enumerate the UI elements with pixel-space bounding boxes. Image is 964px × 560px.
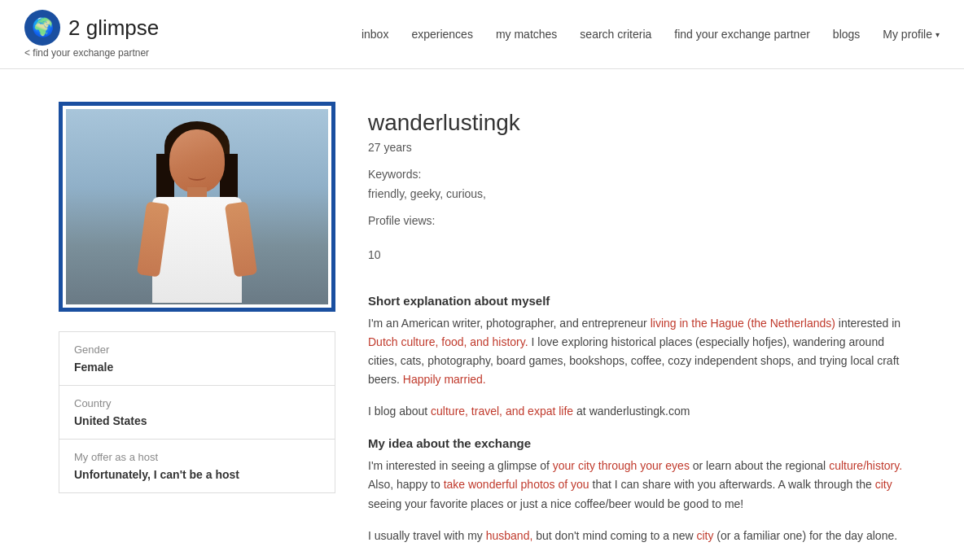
country-value: United States [74,414,320,427]
ex-link-5: husband, [486,529,533,542]
ex-text-6: I usually travel with my [368,529,486,542]
exchange-text: I'm interested in seeing a glimpse of yo… [368,457,905,513]
se-text-2: interested in [835,317,900,330]
ex-text-3: Also, happy to [368,478,444,491]
ex-text-5: seeing your favorite places or just a ni… [368,497,743,510]
views-value: 10 [368,246,905,264]
exchange-text-2: I usually travel with my husband, but do… [368,527,905,545]
nav-search-criteria[interactable]: search criteria [580,28,651,41]
logo-tagline: < find your exchange partner [24,47,159,59]
keywords-value: friendly, geeky, curious, [368,185,905,203]
info-panel: Gender Female Country United States My o… [59,331,335,493]
ex-link-2: culture/history. [829,459,902,472]
keywords-line: Keywords: [368,165,905,183]
profile-photo [66,109,328,304]
ex-link-6: city [696,529,713,542]
gender-value: Female [74,361,320,374]
logo-area: 🌍 2 glimpse < find your exchange partner [24,10,159,59]
ex-text-8: (or a familiar one) for the day alone. [713,529,897,542]
main-nav: inbox experiences my matches search crit… [362,28,940,41]
ex-link-3: take wonderful photos of you [444,478,589,491]
se-link-2: Dutch culture, food, and history. [368,335,528,348]
ex-text-1: I'm interested in seeing a glimpse of [368,459,553,472]
ex-text-4: that I can share with you afterwards. A … [589,478,875,491]
nav-find-partner[interactable]: find your exchange partner [674,28,810,41]
nav-experiences[interactable]: experiences [411,28,473,41]
my-profile-dropdown[interactable]: My profile ▾ [883,28,940,41]
views-label-text: Profile views: [368,214,435,227]
gender-label: Gender [74,343,320,356]
profile-username: wanderlustingk [368,110,905,136]
blog-line: I blog about culture, travel, and expat … [368,402,905,420]
country-label: Country [74,397,320,409]
nav-blogs[interactable]: blogs [833,28,860,41]
right-column: wanderlustingk 27 years Keywords: friend… [368,102,905,558]
left-column: Gender Female Country United States My o… [59,102,335,493]
logo-text: 2 glimpse [68,15,159,41]
nav-my-matches[interactable]: my matches [496,28,557,41]
ex-link-4: city [875,478,892,491]
views-label: Profile views: [368,212,905,230]
se-text-1: I'm an American writer, photographer, an… [368,317,651,330]
host-label: My offer as a host [74,451,320,463]
logo-globe-icon: 🌍 [24,10,60,46]
gender-row: Gender Female [59,332,335,386]
country-row: Country United States [59,386,335,440]
views-count: 10 [368,248,381,261]
blog-text-1: I blog about [368,405,431,418]
my-profile-label: My profile [883,28,932,41]
keywords-text: friendly, geeky, curious, [368,187,486,200]
profile-photo-wrapper [59,102,335,312]
short-explanation-title: Short explanation about myself [368,294,905,308]
nav-inbox[interactable]: inbox [362,28,388,41]
chevron-down-icon: ▾ [936,30,940,39]
ex-text-2: or learn about the regional [690,459,829,472]
keywords-label: Keywords: [368,168,421,181]
host-value: Unfortunately, I can't be a host [74,468,320,481]
exchange-title: My idea about the exchange [368,436,905,450]
ex-link-1: your city through your eyes [553,459,690,472]
se-link-3: Happily married. [403,373,486,386]
profile-age: 27 years [368,141,905,154]
blog-link: culture, travel, and expat life [431,405,573,418]
short-explanation-text: I'm an American writer, photographer, an… [368,314,905,389]
se-link-1: living in the Hague (the Netherlands) [651,317,835,330]
host-row: My offer as a host Unfortunately, I can'… [59,440,335,492]
blog-text-2: at wanderlustingk.com [573,405,690,418]
ex-text-7: but don't mind coming to a new [532,529,696,542]
main-content: Gender Female Country United States My o… [34,102,930,558]
